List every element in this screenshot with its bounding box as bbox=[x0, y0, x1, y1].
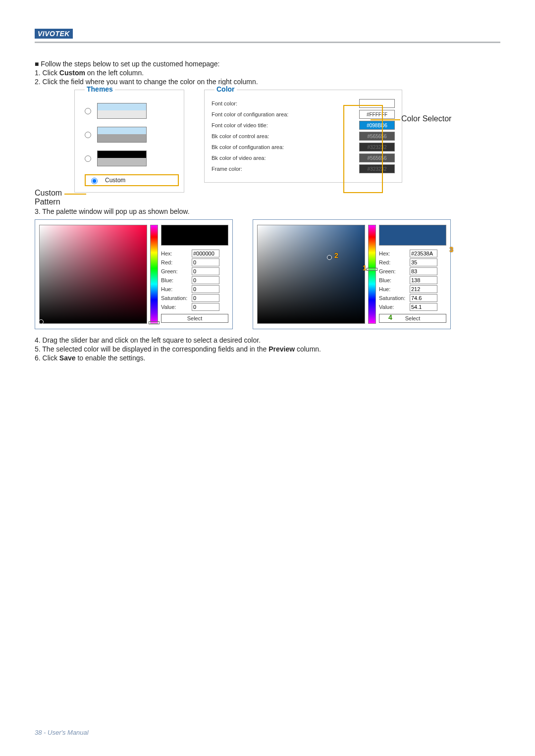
lbl-red-2: Red: bbox=[379, 259, 408, 265]
lbl-blue-1: Blue: bbox=[161, 277, 190, 283]
sv-cursor-1[interactable] bbox=[39, 319, 44, 324]
figure-themes-color: Custom Pattern Themes Custom bbox=[35, 90, 500, 193]
swatch-bk-video[interactable]: #565656 bbox=[359, 153, 395, 162]
color-row-bk-control: Bk color of control area: #565656 bbox=[212, 132, 395, 141]
inp-green-1[interactable] bbox=[192, 267, 219, 275]
swatch-font-color[interactable] bbox=[359, 99, 395, 108]
swatch-frame[interactable]: #323232 bbox=[359, 164, 395, 173]
step-2-text: 2. Click the field where you want to cha… bbox=[35, 78, 500, 86]
step5-prefix: 5. The selected color will be displayed … bbox=[35, 345, 268, 353]
lbl-red-1: Red: bbox=[161, 259, 190, 265]
inp-val-2[interactable] bbox=[410, 303, 437, 311]
label-bk-config: Bk color of configuration area: bbox=[212, 144, 359, 150]
label-frame: Frame color: bbox=[212, 166, 359, 172]
label-bk-control: Bk color of control area: bbox=[212, 133, 359, 139]
color-row-font: Font color: bbox=[212, 99, 395, 108]
theme-radio-custom[interactable] bbox=[91, 178, 98, 184]
intro-text: ■ Follow the steps below to set up the c… bbox=[35, 60, 500, 68]
annotation-3: 3 bbox=[449, 246, 453, 253]
inp-hex-1[interactable] bbox=[192, 250, 219, 257]
lbl-green-1: Green: bbox=[161, 268, 190, 274]
select-button-2[interactable]: 4 Select bbox=[379, 314, 446, 323]
theme-radio-2[interactable] bbox=[85, 132, 91, 138]
page-footer: 38 - User's Manual bbox=[35, 729, 89, 736]
lbl-hue-1: Hue: bbox=[161, 286, 190, 292]
hue-cursor-2[interactable] bbox=[367, 268, 377, 271]
palette-window-2: 2 1 Hex: Red: Green: Blue: Hue: Saturati… bbox=[253, 219, 451, 329]
step-5-text: 5. The selected color will be displayed … bbox=[35, 345, 500, 353]
step6-bold: Save bbox=[59, 354, 76, 362]
theme-preview-1 bbox=[97, 103, 147, 119]
palette-fields-1: Hex: Red: Green: Blue: Hue: Saturation: … bbox=[161, 225, 228, 324]
brand-logo: VIVOTEK bbox=[35, 29, 73, 39]
annotation-2: 2 bbox=[334, 252, 338, 259]
lbl-hue-2: Hue: bbox=[379, 286, 408, 292]
hue-slider-1[interactable] bbox=[150, 225, 158, 324]
sv-picker-1[interactable] bbox=[39, 225, 147, 324]
label-video-title: Font color of video title: bbox=[212, 122, 359, 128]
step6-suffix: to enable the settings. bbox=[76, 354, 146, 362]
palette-preview-1 bbox=[161, 225, 228, 246]
inp-hue-2[interactable] bbox=[410, 285, 437, 293]
swatch-config-font[interactable]: #FFFFFF bbox=[359, 110, 395, 119]
select-button-1[interactable]: Select bbox=[161, 314, 228, 323]
swatch-bk-config[interactable]: #323232 bbox=[359, 143, 395, 151]
callout-line-color-selector bbox=[371, 119, 400, 120]
label-config-font: Font color of configuration area: bbox=[212, 111, 359, 117]
theme-option-1[interactable] bbox=[85, 103, 179, 119]
select-button-2-label: Select bbox=[405, 315, 421, 321]
palette-fields-2: Hex: Red: Green: Blue: Hue: Saturation: … bbox=[379, 225, 446, 324]
inp-blue-2[interactable] bbox=[410, 276, 437, 284]
sv-picker-2[interactable]: 2 bbox=[257, 225, 365, 324]
theme-radio-3[interactable] bbox=[85, 155, 91, 162]
step5-bold: Preview bbox=[268, 345, 295, 353]
color-row-bk-config: Bk color of configuration area: #323232 bbox=[212, 143, 395, 151]
callout-line-custom bbox=[64, 194, 86, 195]
lbl-green-2: Green: bbox=[379, 268, 408, 274]
step6-prefix: 6. Click bbox=[35, 354, 59, 362]
theme-radio-1[interactable] bbox=[85, 108, 91, 114]
lbl-sat-1: Saturation: bbox=[161, 295, 190, 301]
inp-blue-1[interactable] bbox=[192, 276, 219, 284]
theme-preview-2 bbox=[97, 127, 147, 143]
step5-suffix: column. bbox=[295, 345, 321, 353]
annotation-1: 1 bbox=[363, 264, 367, 272]
theme-option-3[interactable] bbox=[85, 151, 179, 166]
color-row-config-font: Font color of configuration area: #FFFFF… bbox=[212, 110, 395, 119]
lbl-blue-2: Blue: bbox=[379, 277, 408, 283]
themes-legend: Themes bbox=[85, 85, 115, 93]
inp-sat-1[interactable] bbox=[192, 294, 219, 302]
label-font-color: Font color: bbox=[212, 101, 359, 106]
theme-preview-3 bbox=[97, 151, 147, 166]
color-fieldset: Color Font color: Font color of configur… bbox=[204, 90, 402, 183]
lbl-val-2: Value: bbox=[379, 304, 408, 310]
hue-slider-2[interactable]: 1 bbox=[368, 225, 376, 324]
header-rule bbox=[35, 42, 500, 43]
inp-val-1[interactable] bbox=[192, 303, 219, 311]
color-legend: Color bbox=[214, 85, 237, 93]
swatch-video-title[interactable]: #098BD6 bbox=[359, 121, 395, 130]
inp-red-1[interactable] bbox=[192, 258, 219, 266]
custom-pattern-label: Custom Pattern bbox=[35, 189, 62, 206]
step-4-text: 4. Drag the slider bar and click on the … bbox=[35, 336, 500, 344]
inp-hex-2[interactable] bbox=[410, 250, 437, 257]
inp-red-2[interactable] bbox=[410, 258, 437, 266]
inp-hue-1[interactable] bbox=[192, 285, 219, 293]
palette-window-1: Hex: Red: Green: Blue: Hue: Saturation: … bbox=[35, 219, 233, 329]
custom-pattern-l2: Pattern bbox=[35, 198, 60, 206]
step1-prefix: 1. Click bbox=[35, 69, 59, 77]
color-row-frame: Frame color: #323232 bbox=[212, 164, 395, 173]
inp-green-2[interactable] bbox=[410, 267, 437, 275]
theme-option-custom[interactable]: Custom bbox=[85, 174, 179, 186]
lbl-sat-2: Saturation: bbox=[379, 295, 408, 301]
lbl-hex-1: Hex: bbox=[161, 251, 190, 256]
step-1-text: 1. Click Custom on the left column. bbox=[35, 69, 500, 77]
inp-sat-2[interactable] bbox=[410, 294, 437, 302]
hue-cursor-1[interactable] bbox=[149, 321, 160, 324]
swatch-bk-control[interactable]: #565656 bbox=[359, 132, 395, 141]
theme-option-2[interactable] bbox=[85, 127, 179, 143]
label-bk-video: Bk color of video area: bbox=[212, 155, 359, 161]
step-3-text: 3. The palette window will pop up as sho… bbox=[35, 207, 500, 215]
sv-cursor-2[interactable] bbox=[327, 255, 332, 260]
lbl-val-1: Value: bbox=[161, 304, 190, 310]
